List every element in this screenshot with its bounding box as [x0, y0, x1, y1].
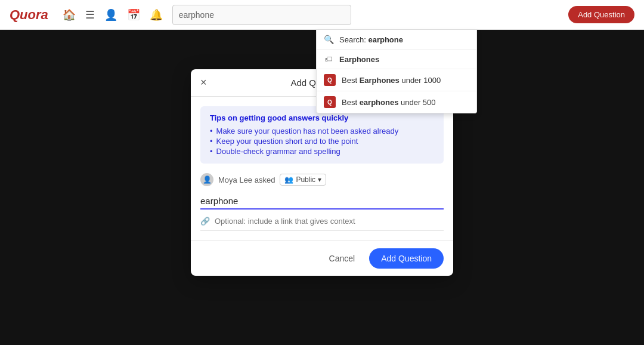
query-badge: Q [324, 74, 336, 86]
chevron-down-icon: ▾ [318, 175, 321, 184]
link-row: 🔗 [200, 217, 444, 231]
question-input[interactable] [200, 193, 444, 210]
people-icon: 👥 [284, 175, 293, 184]
modal-footer: Cancel Add Question [191, 241, 453, 276]
tip-item-2: Keep your question short and to the poin… [210, 136, 434, 146]
search-dropdown-query-1[interactable]: Q Best Earphones under 1000 [317, 69, 476, 91]
link-icon: 🔗 [200, 217, 210, 226]
visibility-dropdown[interactable]: 👥 Public ▾ [280, 174, 326, 186]
topic-icon: 🏷 [324, 54, 333, 64]
add-question-button[interactable]: Add Question [369, 248, 444, 269]
modal-body: Tips on getting good answers quickly Mak… [191, 97, 453, 241]
search-icon: 🔍 [324, 35, 333, 44]
search-dropdown-item[interactable]: 🔍 Search: earphone [317, 30, 476, 50]
query-badge-2: Q [324, 96, 336, 108]
tip-item-3: Double-check grammar and spelling [210, 146, 434, 156]
tips-title: Tips on getting good answers quickly [210, 113, 434, 122]
asked-by-label: Moya Lee asked [218, 175, 275, 184]
search-dropdown-query-2[interactable]: Q Best earphones under 500 [317, 91, 476, 113]
close-button[interactable]: × [200, 76, 207, 89]
query-label-2: Best earphones under 500 [342, 98, 436, 107]
avatar: 👤 [200, 173, 213, 186]
tips-box: Tips on getting good answers quickly Mak… [200, 106, 444, 164]
link-input[interactable] [215, 217, 444, 226]
tips-list: Make sure your question has not been ask… [210, 126, 434, 156]
query-label: Best Earphones under 1000 [342, 76, 441, 85]
search-dropdown-topic[interactable]: 🏷 Earphones [317, 50, 476, 69]
cancel-button[interactable]: Cancel [322, 249, 363, 268]
topic-label: Earphones [339, 55, 379, 64]
tip-item-1: Make sure your question has not been ask… [210, 126, 434, 136]
visibility-label: Public [296, 175, 315, 184]
search-item-label: Search: earphone [339, 35, 403, 44]
asked-by-row: 👤 Moya Lee asked 👥 Public ▾ [200, 173, 444, 186]
search-dropdown: 🔍 Search: earphone 🏷 Earphones Q Best Ea… [316, 30, 477, 113]
